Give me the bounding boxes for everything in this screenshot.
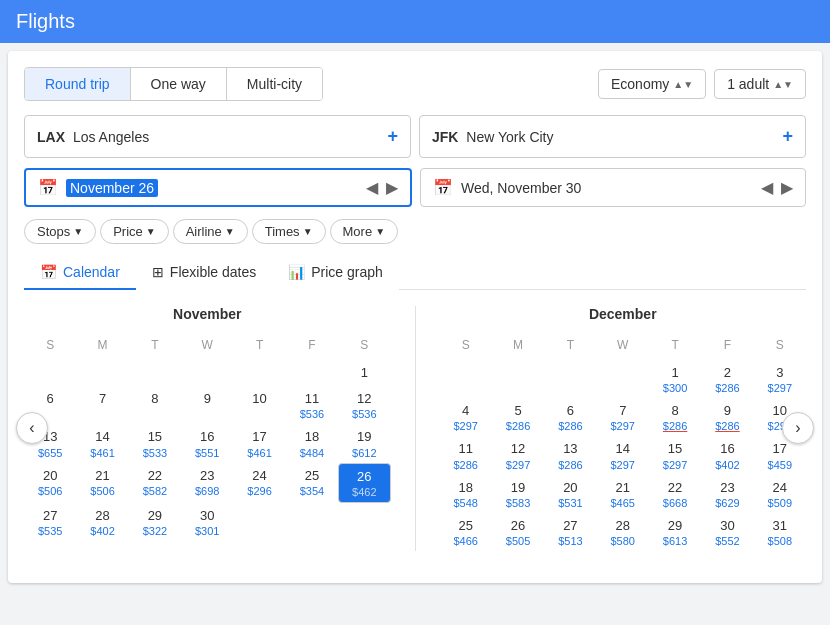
calendar-day[interactable]: 28$402 [76,503,128,541]
calendar-day[interactable]: 1 [338,360,390,386]
departure-calendar-icon: 📅 [38,178,58,197]
departure-next-button[interactable]: ▶ [386,178,398,197]
return-next-button[interactable]: ▶ [781,178,793,197]
calendar-day[interactable]: 3$297 [754,360,806,398]
calendar-day[interactable]: 19$612 [338,424,390,462]
multi-city-button[interactable]: Multi-city [227,68,322,100]
one-way-button[interactable]: One way [131,68,227,100]
calendar-prev-button[interactable]: ‹ [16,412,48,444]
calendar-day[interactable]: 26$505 [492,513,544,551]
calendar-day[interactable]: 19$583 [492,475,544,513]
passenger-count-selector[interactable]: 1 adult ▲▼ [714,69,806,99]
calendar-day[interactable]: 15$297 [649,436,701,474]
calendar-next-button[interactable]: › [782,412,814,444]
calendar-day[interactable]: 13$286 [544,436,596,474]
calendar-section: ‹ November S M T W T F S 167891011$53612… [24,290,806,567]
calendar-day[interactable]: 11$536 [286,386,338,424]
november-calendar: November S M T W T F S 167891011$53612$5… [24,306,391,551]
calendar-day[interactable]: 29$322 [129,503,181,541]
calendar-day[interactable]: 30$301 [181,503,233,541]
calendar-day [338,503,390,541]
calendar-day[interactable]: 21$465 [597,475,649,513]
calendar-day[interactable]: 23$698 [181,463,233,503]
calendar-tab[interactable]: 📅 Calendar [24,256,136,290]
stops-filter[interactable]: Stops ▼ [24,219,96,244]
calendar-day[interactable]: 4$297 [440,398,492,436]
calendar-day [286,360,338,386]
calendar-day[interactable]: 7$297 [597,398,649,436]
calendar-day[interactable]: 27$535 [24,503,76,541]
airline-filter[interactable]: Airline ▼ [173,219,248,244]
calendar-day[interactable]: 28$580 [597,513,649,551]
date-row: 📅 November 26 ◀ ▶ 📅 Wed, November 30 ◀ ▶ [24,168,806,207]
calendar-day[interactable]: 24$296 [233,463,285,503]
calendar-day[interactable]: 16$402 [701,436,753,474]
calendar-day[interactable]: 27$513 [544,513,596,551]
calendar-day [24,360,76,386]
calendar-day[interactable]: 26$462 [338,463,390,503]
origin-add-icon: + [387,126,398,147]
calendar-day[interactable]: 14$297 [597,436,649,474]
calendar-day[interactable]: 18$548 [440,475,492,513]
december-grid: 1$3002$2863$2974$2975$2866$2867$2978$286… [440,360,807,551]
calendar-day[interactable]: 17$461 [233,424,285,462]
class-selector[interactable]: Economy ▲▼ [598,69,706,99]
return-date-input[interactable]: 📅 Wed, November 30 ◀ ▶ [420,168,806,207]
destination-input[interactable]: JFK New York City + [419,115,806,158]
calendar-day[interactable]: 15$533 [129,424,181,462]
calendar-day[interactable]: 9 [181,386,233,424]
calendar-day [286,503,338,541]
calendar-day[interactable]: 23$629 [701,475,753,513]
calendar-day[interactable]: 22$582 [129,463,181,503]
price-filter[interactable]: Price ▼ [100,219,169,244]
calendar-day[interactable]: 22$668 [649,475,701,513]
calendar-day[interactable]: 25$466 [440,513,492,551]
calendar-day[interactable]: 8 [129,386,181,424]
departure-prev-button[interactable]: ◀ [366,178,378,197]
calendar-day[interactable]: 2$286 [701,360,753,398]
calendar-day[interactable]: 20$506 [24,463,76,503]
calendar-day[interactable]: 16$551 [181,424,233,462]
passenger-selectors: Economy ▲▼ 1 adult ▲▼ [598,69,806,99]
calendar-day [233,503,285,541]
calendar-day[interactable]: 21$506 [76,463,128,503]
calendar-day[interactable]: 10 [233,386,285,424]
calendar-day[interactable]: 31$508 [754,513,806,551]
round-trip-button[interactable]: Round trip [25,68,131,100]
origin-text: LAX Los Angeles [37,129,149,145]
calendar-day[interactable]: 29$613 [649,513,701,551]
departure-date-nav: ◀ ▶ [366,178,398,197]
calendar-day[interactable]: 1$300 [649,360,701,398]
departure-date-input[interactable]: 📅 November 26 ◀ ▶ [24,168,412,207]
destination-add-icon: + [782,126,793,147]
stops-chevron-icon: ▼ [73,226,83,237]
calendar-day[interactable]: 12$297 [492,436,544,474]
calendar-day[interactable]: 12$536 [338,386,390,424]
calendar-day[interactable]: 8$286 [649,398,701,436]
origin-input[interactable]: LAX Los Angeles + [24,115,411,158]
return-prev-button[interactable]: ◀ [761,178,773,197]
calendar-day[interactable]: 5$286 [492,398,544,436]
departure-date-highlight: November 26 [66,179,158,197]
calendar-day[interactable]: 9$286 [701,398,753,436]
calendar-day[interactable]: 18$484 [286,424,338,462]
calendar-day[interactable]: 14$461 [76,424,128,462]
airline-chevron-icon: ▼ [225,226,235,237]
passenger-chevron-icon: ▲▼ [773,79,793,90]
price-graph-tab[interactable]: 📊 Price graph [272,256,399,290]
price-chevron-icon: ▼ [146,226,156,237]
calendar-day [492,360,544,398]
calendar-day[interactable]: 20$531 [544,475,596,513]
calendar-day[interactable]: 11$286 [440,436,492,474]
calendar-day[interactable]: 30$552 [701,513,753,551]
december-day-headers: S M T W T F S [440,334,807,356]
flexible-dates-tab[interactable]: ⊞ Flexible dates [136,256,272,290]
calendar-day[interactable]: 7 [76,386,128,424]
times-filter[interactable]: Times ▼ [252,219,326,244]
more-filter[interactable]: More ▼ [330,219,399,244]
calendar-tab-icon: 📅 [40,264,57,280]
calendar-day[interactable]: 6$286 [544,398,596,436]
calendar-day [76,360,128,386]
calendar-day[interactable]: 24$509 [754,475,806,513]
calendar-day[interactable]: 25$354 [286,463,338,503]
